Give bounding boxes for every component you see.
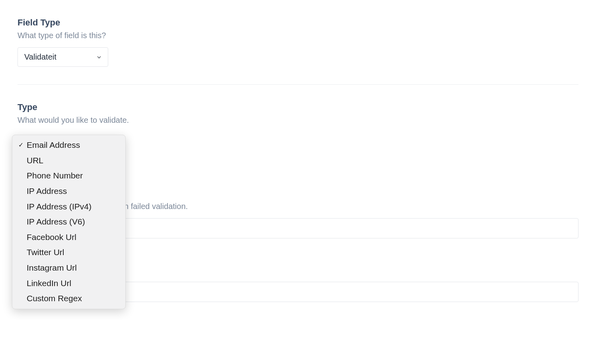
type-option[interactable]: Twitter Url — [12, 245, 125, 260]
divider — [18, 84, 578, 85]
type-option[interactable]: Phone Number — [12, 168, 125, 184]
type-option[interactable]: IP Address (V6) — [12, 214, 125, 230]
type-dropdown[interactable]: ✓Email AddressURLPhone NumberIP AddressI… — [12, 135, 126, 309]
type-title: Type — [18, 102, 578, 112]
type-option[interactable]: ✓Email Address — [12, 137, 125, 153]
type-option-label: LinkedIn Url — [27, 277, 71, 290]
type-option-label: IP Address (IPv4) — [27, 200, 92, 214]
type-option-label: Phone Number — [27, 169, 83, 183]
type-option-label: Email Address — [27, 138, 80, 152]
type-option-label: URL — [27, 154, 43, 168]
type-option[interactable]: LinkedIn Url — [12, 276, 125, 291]
type-option[interactable]: IP Address — [12, 184, 125, 199]
field-type-select[interactable]: Validateit — [18, 47, 108, 67]
type-desc: What would you like to validate. — [18, 116, 578, 125]
chevron-down-icon — [97, 55, 101, 60]
field-type-title: Field Type — [18, 17, 578, 28]
type-option[interactable]: Custom Regex — [12, 291, 125, 306]
field-type-section: Field Type What type of field is this? V… — [18, 17, 578, 67]
type-option-label: IP Address — [27, 184, 67, 198]
type-option[interactable]: IP Address (IPv4) — [12, 199, 125, 215]
type-option-label: Instagram Url — [27, 261, 77, 275]
field-type-desc: What type of field is this? — [18, 31, 578, 40]
check-icon: ✓ — [17, 140, 24, 150]
type-option-label: IP Address (V6) — [27, 215, 85, 229]
type-option-label: Custom Regex — [27, 292, 82, 306]
type-option[interactable]: Instagram Url — [12, 260, 125, 276]
type-option-label: Facebook Url — [27, 230, 76, 244]
type-option[interactable]: Facebook Url — [12, 230, 125, 245]
type-option-label: Twitter Url — [27, 246, 64, 259]
type-section: Type What would you like to validate. ✓E… — [18, 102, 578, 302]
field-type-select-value: Validateit — [24, 52, 56, 62]
type-option[interactable]: URL — [12, 153, 125, 168]
